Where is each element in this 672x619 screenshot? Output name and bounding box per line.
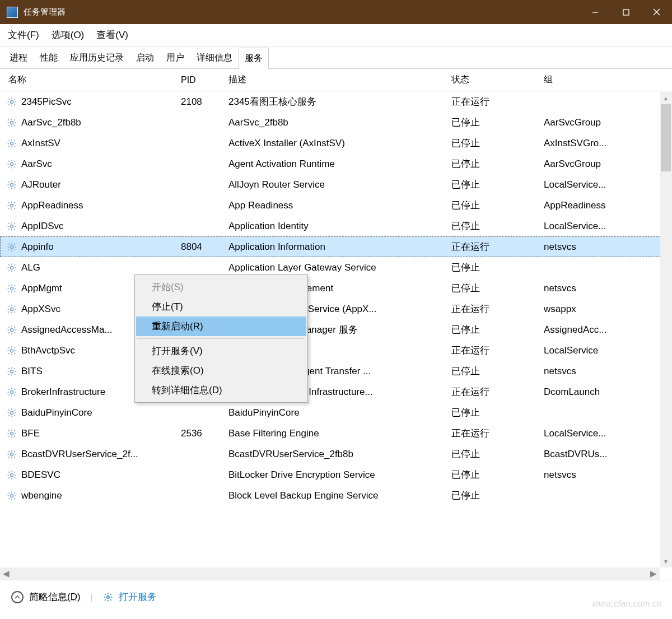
service-row[interactable]: BcastDVRUserService_2f...BcastDVRUserSer… bbox=[0, 444, 672, 464]
cell-status: 正在运行 bbox=[446, 95, 538, 108]
gear-icon bbox=[7, 387, 17, 397]
cell-name: Appinfo bbox=[0, 241, 175, 253]
cm-restart[interactable]: 重新启动(R) bbox=[136, 317, 306, 336]
gear-icon bbox=[7, 491, 17, 501]
scroll-left-icon[interactable]: ◀ bbox=[0, 567, 12, 580]
svg-point-11 bbox=[10, 245, 13, 248]
chevron-up-icon bbox=[11, 591, 24, 603]
col-name[interactable]: 名称 bbox=[0, 74, 175, 86]
gear-icon bbox=[7, 366, 17, 376]
cm-open-services[interactable]: 打开服务(V) bbox=[136, 341, 306, 361]
col-group[interactable]: 组 bbox=[538, 74, 639, 86]
scrollbar-horizontal[interactable]: ◀ ▶ bbox=[0, 567, 660, 580]
service-row[interactable]: AarSvc_2fb8bAarSvc_2fb8b已停止AarSvcGroup bbox=[0, 112, 672, 133]
tab-用户[interactable]: 用户 bbox=[160, 47, 190, 68]
context-menu: 开始(S) 停止(T) 重新启动(R) 打开服务(V) 在线搜索(O) 转到详细… bbox=[134, 274, 308, 403]
cell-group: AarSvcGroup bbox=[538, 117, 639, 128]
cell-pid: 2108 bbox=[175, 96, 223, 108]
svg-point-23 bbox=[10, 494, 13, 497]
gear-icon bbox=[7, 138, 17, 148]
tab-详细信息[interactable]: 详细信息 bbox=[190, 47, 239, 68]
minimize-button[interactable] bbox=[580, 0, 610, 24]
cell-name: BFE bbox=[0, 428, 175, 439]
col-desc[interactable]: 描述 bbox=[223, 74, 446, 86]
cell-status: 已停止 bbox=[446, 178, 538, 191]
cm-stop[interactable]: 停止(T) bbox=[136, 297, 306, 317]
cell-name: ALG bbox=[0, 262, 175, 273]
service-row[interactable]: BDESVCBitLocker Drive Encryption Service… bbox=[0, 464, 672, 485]
cell-status: 已停止 bbox=[446, 199, 538, 212]
service-row[interactable]: ALGApplication Layer Gateway Service已停止 bbox=[0, 257, 672, 278]
svg-point-10 bbox=[10, 225, 13, 227]
cell-name: BDESVC bbox=[0, 469, 175, 481]
service-row[interactable]: BrokerInfrastructure996Background Tasks … bbox=[0, 381, 672, 402]
svg-point-19 bbox=[10, 411, 13, 414]
svg-rect-1 bbox=[623, 10, 629, 15]
svg-point-17 bbox=[10, 370, 13, 373]
cell-group: LocalService... bbox=[538, 179, 639, 190]
service-row[interactable]: wbengineBlock Level Backup Engine Servic… bbox=[0, 485, 672, 506]
svg-point-21 bbox=[10, 453, 13, 455]
service-row[interactable]: AarSvcAgent Activation Runtime已停止AarSvcG… bbox=[0, 153, 672, 174]
service-row[interactable]: AxInstSVActiveX Installer (AxInstSV)已停止A… bbox=[0, 133, 672, 153]
cell-status: 已停止 bbox=[446, 116, 538, 129]
col-status[interactable]: 状态 bbox=[446, 74, 538, 86]
service-row[interactable]: 2345PicSvc21082345看图王核心服务正在运行 bbox=[0, 91, 672, 112]
cell-desc: AllJoyn Router Service bbox=[223, 179, 446, 190]
scroll-up-icon[interactable]: ▲ bbox=[660, 92, 672, 104]
tab-服务[interactable]: 服务 bbox=[239, 48, 269, 69]
cell-status: 已停止 bbox=[446, 489, 538, 502]
col-pid[interactable]: PID bbox=[175, 75, 223, 85]
svg-point-7 bbox=[10, 162, 13, 165]
gear-icon bbox=[7, 159, 17, 169]
tab-进程[interactable]: 进程 bbox=[3, 47, 34, 68]
watermark: www.cfan.com.cn bbox=[592, 599, 662, 609]
scrollbar-vertical[interactable]: ▲ ▼ bbox=[660, 92, 672, 567]
brief-info-link[interactable]: 简略信息(D) bbox=[11, 590, 81, 603]
gear-icon bbox=[7, 242, 17, 252]
service-row[interactable]: Appinfo8804Application Information正在运行ne… bbox=[0, 236, 672, 257]
service-row[interactable]: AppReadinessApp Readiness已停止AppReadiness bbox=[0, 195, 672, 216]
cm-go-details[interactable]: 转到详细信息(D) bbox=[136, 380, 306, 400]
cm-start[interactable]: 开始(S) bbox=[136, 277, 306, 297]
scroll-thumb[interactable] bbox=[661, 104, 671, 171]
service-row[interactable]: AppXSvcAppX Deployment Service (AppX...正… bbox=[0, 299, 672, 319]
cell-desc: AarSvc_2fb8b bbox=[223, 117, 446, 128]
service-row[interactable]: AJRouterAllJoyn Router Service已停止LocalSe… bbox=[0, 174, 672, 195]
cell-status: 已停止 bbox=[446, 365, 538, 378]
service-row[interactable]: BaiduPinyinCoreBaiduPinyinCore已停止 bbox=[0, 402, 672, 423]
service-row[interactable]: AppIDSvcApplication Identity已停止LocalServ… bbox=[0, 216, 672, 236]
open-services-link[interactable]: 打开服务 bbox=[103, 590, 157, 603]
close-button[interactable] bbox=[641, 0, 672, 24]
cell-group: AppReadiness bbox=[538, 200, 639, 211]
maximize-button[interactable] bbox=[610, 0, 641, 24]
cell-pid: 2536 bbox=[175, 428, 223, 439]
scroll-down-icon[interactable]: ▼ bbox=[660, 555, 672, 567]
cell-desc: BitLocker Drive Encryption Service bbox=[223, 469, 446, 481]
menu-view[interactable]: 查看(V) bbox=[95, 26, 129, 44]
menu-options[interactable]: 选项(O) bbox=[50, 26, 86, 44]
cell-name: AarSvc bbox=[0, 159, 175, 170]
cm-search-online[interactable]: 在线搜索(O) bbox=[136, 361, 306, 380]
cell-name: 2345PicSvc bbox=[0, 96, 175, 108]
scroll-right-icon[interactable]: ▶ bbox=[647, 567, 660, 580]
cell-group: netsvcs bbox=[538, 469, 639, 481]
service-row[interactable]: BthAvctpSvcAVCTP 服务正在运行LocalService bbox=[0, 340, 672, 361]
service-row[interactable]: AppMgmtApplication Management已停止netsvcs bbox=[0, 278, 672, 299]
service-table: ⌃ 名称 PID 描述 状态 组 2345PicSvc21082345看图王核心… bbox=[0, 69, 672, 580]
svg-point-16 bbox=[10, 349, 13, 352]
svg-point-13 bbox=[10, 287, 13, 290]
table-body[interactable]: 2345PicSvc21082345看图王核心服务正在运行AarSvc_2fb8… bbox=[0, 91, 672, 580]
service-row[interactable]: BFE2536Base Filtering Engine正在运行LocalSer… bbox=[0, 423, 672, 444]
cell-name: BaiduPinyinCore bbox=[0, 407, 175, 418]
titlebar[interactable]: 任务管理器 bbox=[0, 0, 672, 24]
gear-icon bbox=[7, 263, 17, 273]
menu-file[interactable]: 文件(F) bbox=[7, 26, 40, 44]
tab-性能[interactable]: 性能 bbox=[34, 47, 64, 68]
service-row[interactable]: AssignedAccessMa...AssignedAccessManager… bbox=[0, 319, 672, 340]
tab-启动[interactable]: 启动 bbox=[130, 47, 160, 68]
service-row[interactable]: BITSBackground Intelligent Transfer ...已… bbox=[0, 361, 672, 381]
tab-应用历史记录[interactable]: 应用历史记录 bbox=[64, 47, 130, 68]
cell-desc: App Readiness bbox=[223, 200, 446, 211]
cell-group: wsappx bbox=[538, 304, 639, 315]
